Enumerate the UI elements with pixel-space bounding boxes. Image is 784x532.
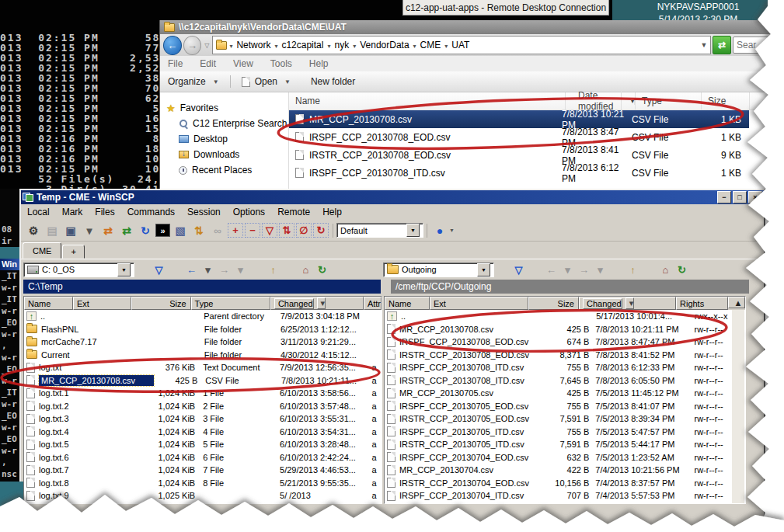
synchronize-browsing-icon[interactable]: ⇄ — [118, 222, 135, 238]
recent-pages-dropdown-icon[interactable]: ▽ — [204, 42, 209, 49]
local-file-row[interactable]: log.txt.7 1,024 KiB 7 File 5/29/2013 4:4… — [24, 464, 382, 477]
forward-button[interactable]: → — [183, 36, 202, 55]
column-header-type[interactable]: Type — [191, 297, 270, 310]
remote-file-row[interactable]: IRSPF_CCP_20130708_EOD.csv 674 B 7/8/201… — [385, 336, 745, 349]
remote-file-row[interactable]: IRSTR_CCP_20130708_EOD.csv 8,371 B 7/8/2… — [385, 349, 745, 362]
tab-cme[interactable]: CME — [23, 242, 61, 259]
chevron-down-icon[interactable]: ▼ — [449, 228, 455, 233]
remote-file-row[interactable]: IRSPF_CCP_20130704_EOD.csv 632 B 7/5/201… — [385, 451, 745, 464]
column-header-changed[interactable]: Changed▾ — [579, 297, 676, 310]
column-header-changed[interactable]: Changed▾ — [270, 297, 364, 310]
sep[interactable] — [167, 262, 183, 277]
organize-button[interactable]: Organize — [168, 76, 206, 87]
forward-icon[interactable]: → — [576, 262, 592, 277]
chevron-down-icon[interactable] — [444, 40, 448, 50]
transfer-settings-icon[interactable]: ⇄ — [99, 222, 117, 238]
local-file-row[interactable]: log.txt.5 1,024 KiB 5 File 6/10/2013 3:2… — [24, 438, 382, 451]
sep[interactable] — [330, 262, 347, 277]
chevron-down-icon[interactable] — [229, 40, 232, 50]
remote-path-bar[interactable]: /cme/ftp/CCP/Outgoing — [391, 280, 749, 294]
maximize-button[interactable]: □ — [733, 191, 747, 203]
sidebar-item-favorites[interactable]: ★ Favorites — [160, 100, 288, 116]
sort-toggle-icon[interactable]: ⇅ — [279, 223, 294, 238]
menu-item[interactable]: View — [233, 58, 253, 69]
column-header-size[interactable]: Size — [131, 297, 191, 310]
clear-filter-icon[interactable]: ∅ — [296, 223, 312, 238]
menu-item[interactable]: Help — [309, 58, 329, 69]
chevron-down-icon[interactable] — [274, 40, 277, 50]
sep[interactable] — [690, 262, 706, 277]
menu-item[interactable]: Mark — [56, 207, 89, 217]
address-dropdown-icon[interactable]: ▼ — [700, 41, 707, 49]
filter-icon[interactable]: ▽ — [510, 262, 527, 277]
explorer-file-row[interactable]: IRSTR_CCP_20130708_EOD.csv 7/8/2013 8:41… — [289, 146, 749, 164]
remote-file-row[interactable]: IRSTR_CCP_20130708_ITD.csv 7,645 B 7/8/2… — [385, 374, 745, 388]
new-tab-button[interactable]: + — [62, 245, 84, 259]
reload-icon[interactable]: ↻ — [313, 223, 329, 238]
local-file-row[interactable]: log.txt.1 1,024 KiB 1 File 6/10/2013 3:5… — [24, 387, 382, 400]
breadcrumb-item[interactable]: c12capital — [274, 40, 325, 50]
search-input[interactable] — [733, 37, 781, 54]
find-files-icon[interactable]: ∞ — [209, 222, 226, 238]
local-file-row[interactable]: log.txt 376 KiB Text Document 7/9/2013 1… — [24, 361, 382, 374]
remote-file-row[interactable]: IRSTR_CCP_20130705_EOD.csv 7,591 B 7/5/2… — [385, 412, 745, 426]
sidebar-item[interactable]: Desktop — [160, 131, 288, 147]
column-header-modified[interactable]: Date modified▾ — [566, 92, 636, 110]
local-file-row[interactable]: log.txt.3 1,024 KiB 3 File 6/10/2013 3:5… — [24, 412, 382, 426]
refresh-directory-icon[interactable]: ↻ — [314, 262, 330, 277]
column-header-size[interactable]: Size — [702, 92, 750, 110]
local-file-row[interactable]: log.txt.6 1,024 KiB 6 File 6/10/2013 2:4… — [24, 451, 382, 464]
sep[interactable] — [608, 262, 625, 277]
new-folder-button[interactable]: New folder — [311, 76, 355, 87]
remote-file-row[interactable]: IRSTR_CCP_20130705_ITD.csv 7,591 B 7/5/2… — [385, 438, 745, 451]
chevron-down-icon[interactable] — [413, 40, 416, 50]
remote-file-row[interactable]: MR_CCP_20130704.csv 422 B 7/4/2013 10:21… — [385, 464, 745, 477]
local-path-bar[interactable]: C:\Temp — [23, 280, 381, 294]
filter-files-icon[interactable]: ▽ — [262, 223, 277, 238]
chevron-down-icon[interactable]: ▼ — [117, 263, 131, 276]
chevron-down-icon[interactable]: ▼ — [477, 263, 490, 276]
login-new-session-icon[interactable]: ● — [431, 222, 448, 238]
open-directory-icon[interactable] — [134, 262, 151, 277]
column-header-attr[interactable]: Attr — [364, 297, 382, 310]
root-directory-icon[interactable] — [641, 262, 657, 277]
preferences-icon[interactable]: ⚙ — [25, 222, 42, 238]
parent-directory-icon[interactable]: ↑ — [625, 262, 641, 277]
clone-session-dropdown-icon[interactable]: ▾ — [81, 222, 98, 238]
local-file-row[interactable]: FlashPNL File folder 6/25/2013 1:12:12..… — [24, 323, 382, 336]
menu-item[interactable]: Remote — [271, 207, 316, 217]
local-file-row[interactable]: log.txt.4 1,024 KiB 4 File 6/10/2013 3:5… — [24, 426, 382, 439]
sidebar-item[interactable]: Downloads — [160, 147, 288, 162]
local-file-row[interactable]: log.txt.2 1,024 KiB 2 File 6/10/2013 3:5… — [24, 400, 382, 413]
back-icon[interactable]: ← — [543, 262, 559, 277]
chevron-down-icon[interactable] — [327, 40, 330, 50]
column-header-size[interactable]: Size — [528, 297, 579, 310]
chevron-down-icon[interactable]: ▼ — [406, 224, 420, 237]
menu-item[interactable]: Commands — [121, 207, 181, 217]
chevron-down-icon[interactable] — [353, 40, 356, 50]
column-header-name[interactable]: Name — [289, 92, 566, 110]
back-dropdown-icon[interactable]: ▾ — [559, 262, 576, 277]
breadcrumb-item[interactable]: UAT — [444, 40, 471, 50]
refresh-directory-icon[interactable]: ↻ — [674, 262, 690, 277]
column-header-name[interactable]: Name — [24, 297, 73, 310]
remote-file-row[interactable]: MR_CCP_20130705.csv 425 B 7/5/2013 11:45… — [385, 387, 745, 400]
scroll-up-button[interactable]: ▲ — [728, 297, 745, 308]
explorer-file-row[interactable]: MR_CCP_20130708.csv 7/8/2013 10:21 PM CS… — [289, 110, 749, 128]
breadcrumb-item[interactable]: nyk — [327, 40, 350, 50]
forward-dropdown-icon[interactable]: ▾ — [592, 262, 608, 277]
column-header-name[interactable]: Name — [385, 297, 430, 310]
explorer-title-bar[interactable]: \\c12capital\nyk\VendorData\CME\UAT — [160, 20, 784, 34]
column-header-rights[interactable]: Rights — [676, 297, 728, 310]
refresh-button[interactable]: ⇄ — [713, 36, 731, 54]
remote-file-row[interactable]: IRSPF_CCP_20130705_EOD.csv 755 B 7/5/201… — [385, 400, 745, 413]
minimize-button[interactable]: − — [717, 191, 731, 203]
forward-icon[interactable]: → — [216, 262, 232, 277]
back-button[interactable]: ← — [163, 36, 182, 55]
local-file-row[interactable]: .. Parent directory 7/9/2013 3:04:18 PM — [24, 310, 382, 323]
menu-item[interactable]: Session — [181, 207, 227, 217]
sep[interactable] — [249, 262, 265, 277]
refresh-session-icon[interactable]: ↻ — [137, 222, 154, 238]
tree-view-icon[interactable] — [706, 262, 723, 277]
select-files-icon[interactable]: + — [228, 223, 243, 238]
